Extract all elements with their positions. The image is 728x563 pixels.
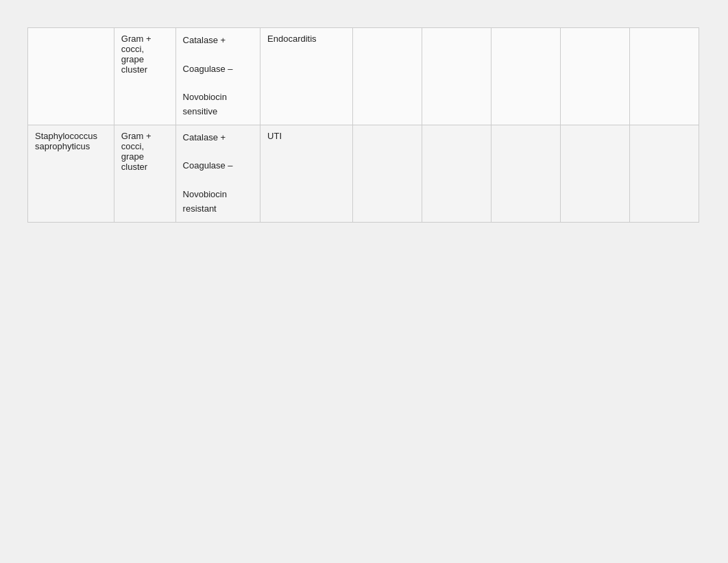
- cell-morphology: Gram + cocci, grape cluster: [114, 28, 175, 125]
- cell-extra-8: [560, 28, 629, 125]
- cell-extra-9: [629, 28, 699, 125]
- cell-organism-name: [28, 28, 114, 125]
- table-row: Gram + cocci, grape clusterCatalase +Coa…: [28, 28, 699, 125]
- cell-biochemistry: Catalase +Coagulase –Novobiocin resistan…: [175, 125, 260, 222]
- cell-biochemistry: Catalase +Coagulase –Novobiocin sensitiv…: [175, 28, 260, 125]
- cell-disease: UTI: [260, 125, 353, 222]
- cell-morphology: Gram + cocci, grape cluster: [114, 125, 175, 222]
- table-row: Staphylococcus saprophyticusGram + cocci…: [28, 125, 699, 222]
- cell-extra-9: [629, 125, 699, 222]
- cell-extra-7: [491, 28, 560, 125]
- cell-organism-name: Staphylococcus saprophyticus: [28, 125, 114, 222]
- cell-extra-7: [491, 125, 560, 222]
- cell-extra-5: [352, 28, 422, 125]
- cell-extra-6: [422, 125, 491, 222]
- bacteria-table: Gram + cocci, grape clusterCatalase +Coa…: [27, 27, 699, 223]
- cell-extra-6: [422, 28, 491, 125]
- cell-extra-8: [560, 125, 629, 222]
- cell-extra-5: [352, 125, 422, 222]
- cell-disease: Endocarditis: [260, 28, 353, 125]
